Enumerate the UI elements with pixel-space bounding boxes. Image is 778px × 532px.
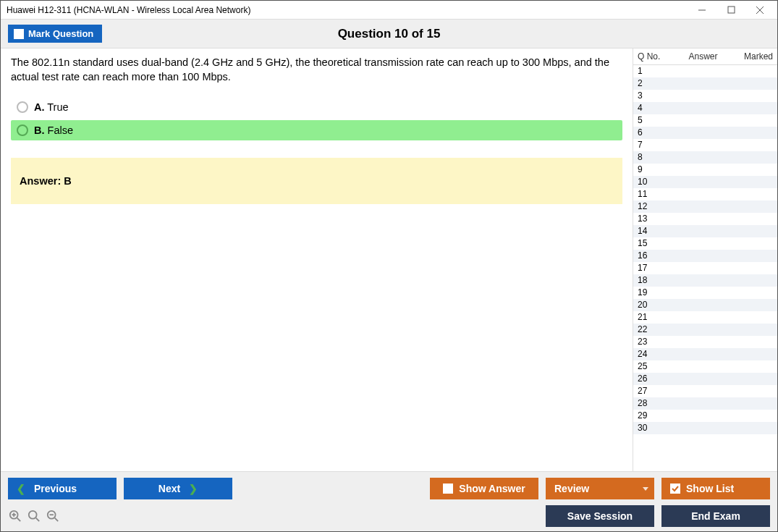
- question-list-row[interactable]: 10: [633, 176, 777, 188]
- question-list-row[interactable]: 23: [633, 336, 777, 348]
- end-exam-label: End Exam: [691, 510, 740, 522]
- next-button[interactable]: Next ❯: [124, 478, 232, 499]
- zoom-out-icon[interactable]: [46, 509, 60, 523]
- checkbox-checked-icon: [670, 484, 680, 494]
- question-panel: The 802.11n standard uses dual-band (2.4…: [1, 48, 633, 471]
- options-container: A. TrueB. False: [11, 97, 622, 140]
- mark-question-button[interactable]: Mark Question: [8, 25, 102, 43]
- footer-row-2: Save Session End Exam: [8, 505, 770, 527]
- review-label: Review: [554, 483, 589, 494]
- show-answer-label: Show Answer: [459, 483, 525, 494]
- app-window: Huawei H12-311 (HCNA-WLAN - Wireless Loc…: [0, 0, 778, 532]
- previous-button[interactable]: ❮ Previous: [8, 478, 117, 499]
- question-list-row[interactable]: 9: [633, 164, 777, 176]
- question-list-row[interactable]: 2: [633, 77, 777, 90]
- question-list-row[interactable]: 17: [633, 262, 777, 274]
- question-list-row[interactable]: 3: [633, 90, 777, 102]
- svg-point-8: [29, 511, 37, 519]
- question-list-row[interactable]: 18: [633, 274, 777, 287]
- maximize-button[interactable]: [716, 1, 745, 19]
- question-list-row[interactable]: 13: [633, 213, 777, 225]
- radio-icon: [17, 101, 28, 113]
- question-list-row[interactable]: 22: [633, 324, 777, 336]
- question-list-row[interactable]: 6: [633, 127, 777, 139]
- question-list-row[interactable]: 29: [633, 410, 777, 422]
- question-list-row[interactable]: 16: [633, 250, 777, 262]
- question-list-row[interactable]: 4: [633, 102, 777, 114]
- save-session-button[interactable]: Save Session: [546, 505, 654, 527]
- question-list-row[interactable]: 30: [633, 422, 777, 434]
- zoom-reset-icon[interactable]: [27, 509, 41, 523]
- question-list-row[interactable]: 15: [633, 237, 777, 250]
- option-text: B. False: [34, 124, 73, 136]
- question-list[interactable]: 1234567891011121314151617181920212223242…: [633, 65, 777, 471]
- zoom-in-icon[interactable]: [8, 509, 22, 523]
- chevron-left-icon: ❮: [17, 483, 25, 494]
- zoom-controls: [8, 509, 60, 523]
- footer-row-1: ❮ Previous Next ❯ Show Answer Review Sho…: [8, 478, 770, 499]
- option-b[interactable]: B. False: [11, 120, 622, 140]
- checkbox-icon: [443, 484, 453, 494]
- option-a[interactable]: A. True: [11, 97, 622, 117]
- question-list-row[interactable]: 28: [633, 397, 777, 410]
- radio-icon: [17, 124, 28, 136]
- toolbar: Mark Question Question 10 of 15: [1, 20, 777, 48]
- question-list-row[interactable]: 19: [633, 287, 777, 299]
- question-list-row[interactable]: 24: [633, 348, 777, 360]
- question-list-row[interactable]: 5: [633, 114, 777, 127]
- window-title: Huawei H12-311 (HCNA-WLAN - Wireless Loc…: [7, 5, 688, 15]
- close-button[interactable]: [745, 1, 774, 19]
- question-header: Question 10 of 15: [1, 27, 777, 41]
- answer-prefix: Answer:: [20, 175, 61, 187]
- save-session-label: Save Session: [567, 510, 633, 522]
- header-answer: Answer: [669, 51, 737, 62]
- svg-line-5: [17, 518, 21, 522]
- question-list-row[interactable]: 20: [633, 299, 777, 311]
- header-marked: Marked: [737, 51, 773, 62]
- question-list-row[interactable]: 12: [633, 200, 777, 213]
- question-list-row[interactable]: 7: [633, 139, 777, 151]
- question-list-row[interactable]: 1: [633, 65, 777, 77]
- question-list-row[interactable]: 8: [633, 151, 777, 164]
- question-list-row[interactable]: 27: [633, 385, 777, 397]
- mark-question-label: Mark Question: [28, 28, 93, 39]
- chevron-right-icon: ❯: [189, 483, 198, 494]
- answer-box: Answer: B: [11, 158, 622, 204]
- content-area: The 802.11n standard uses dual-band (2.4…: [1, 48, 777, 472]
- svg-line-11: [55, 518, 59, 522]
- titlebar: Huawei H12-311 (HCNA-WLAN - Wireless Loc…: [1, 1, 777, 20]
- question-list-row[interactable]: 21: [633, 311, 777, 324]
- window-controls: [688, 1, 774, 19]
- svg-line-9: [36, 518, 40, 522]
- show-list-button[interactable]: Show List: [661, 478, 770, 499]
- show-list-label: Show List: [686, 483, 734, 494]
- review-button[interactable]: Review: [546, 478, 654, 499]
- header-qno: Q No.: [638, 51, 669, 62]
- question-list-header: Q No. Answer Marked: [633, 48, 777, 65]
- svg-rect-1: [728, 7, 735, 13]
- dropdown-arrow-icon: [643, 487, 648, 491]
- footer: ❮ Previous Next ❯ Show Answer Review Sho…: [1, 472, 777, 531]
- answer-value: B: [64, 175, 71, 187]
- question-list-row[interactable]: 11: [633, 188, 777, 200]
- option-text: A. True: [34, 101, 69, 113]
- question-list-row[interactable]: 14: [633, 225, 777, 237]
- checkbox-icon: [14, 29, 24, 39]
- next-label: Next: [158, 483, 180, 494]
- question-list-panel: Q No. Answer Marked 12345678910111213141…: [633, 48, 777, 471]
- question-list-row[interactable]: 26: [633, 373, 777, 385]
- show-answer-button[interactable]: Show Answer: [430, 478, 538, 499]
- minimize-button[interactable]: [688, 1, 716, 19]
- question-text: The 802.11n standard uses dual-band (2.4…: [11, 56, 622, 84]
- end-exam-button[interactable]: End Exam: [661, 505, 770, 527]
- previous-label: Previous: [34, 483, 77, 494]
- question-list-row[interactable]: 25: [633, 360, 777, 373]
